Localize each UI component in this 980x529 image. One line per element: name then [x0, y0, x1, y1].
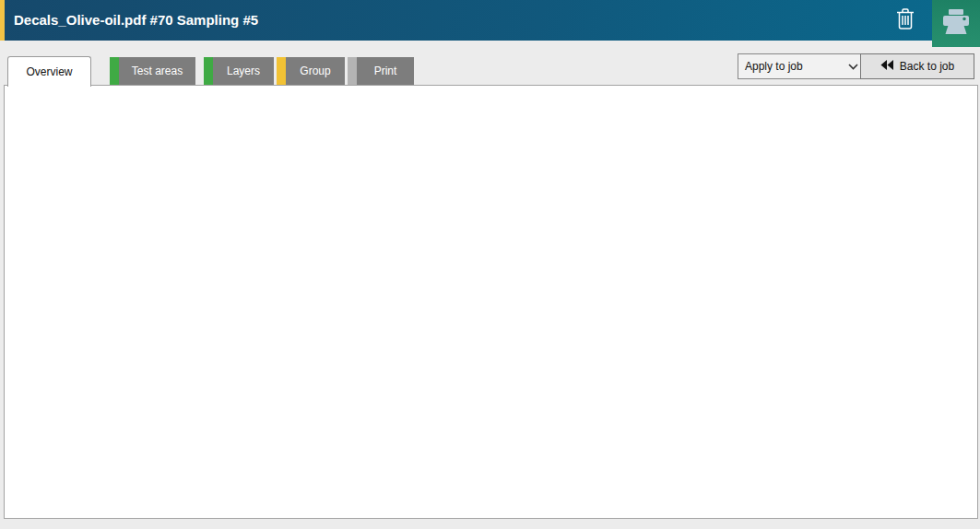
- print-button[interactable]: [932, 0, 980, 47]
- rewind-icon: [880, 60, 893, 73]
- tab-status-indicator: [277, 57, 286, 85]
- tab-test-areas[interactable]: Test areas: [110, 57, 195, 85]
- tab-status-indicator: [110, 57, 119, 85]
- chevron-down-icon: [848, 60, 858, 73]
- apply-to-job-select[interactable]: Apply to job: [738, 53, 866, 79]
- tab-status-indicator: [204, 57, 213, 85]
- tab-label: Layers: [213, 57, 274, 85]
- tab-label: Test areas: [119, 57, 195, 85]
- delete-button[interactable]: [888, 6, 923, 34]
- tab-status-indicator: [348, 57, 357, 85]
- back-to-job-label: Back to job: [900, 60, 954, 73]
- tab-layers[interactable]: Layers: [204, 57, 274, 85]
- page-title: Decals_Olive-oil.pdf #70 Sampling #5: [14, 0, 258, 41]
- back-to-job-button[interactable]: Back to job: [860, 53, 974, 79]
- apply-to-job-value: Apply to job: [745, 60, 803, 73]
- tab-print[interactable]: Print: [348, 57, 414, 85]
- titlebar: Decals_Olive-oil.pdf #70 Sampling #5: [0, 0, 980, 41]
- printer-icon: [941, 8, 971, 39]
- tab-overview[interactable]: Overview: [7, 56, 91, 87]
- tab-label: Group: [286, 57, 345, 85]
- status-stripe: [0, 0, 5, 41]
- tab-label: Print: [357, 57, 414, 85]
- tab-group[interactable]: Group: [277, 57, 345, 85]
- app-window: Decals_Olive-oil.pdf #70 Sampling #5: [0, 0, 980, 529]
- trash-icon: [896, 8, 915, 33]
- content-panel: [4, 85, 978, 519]
